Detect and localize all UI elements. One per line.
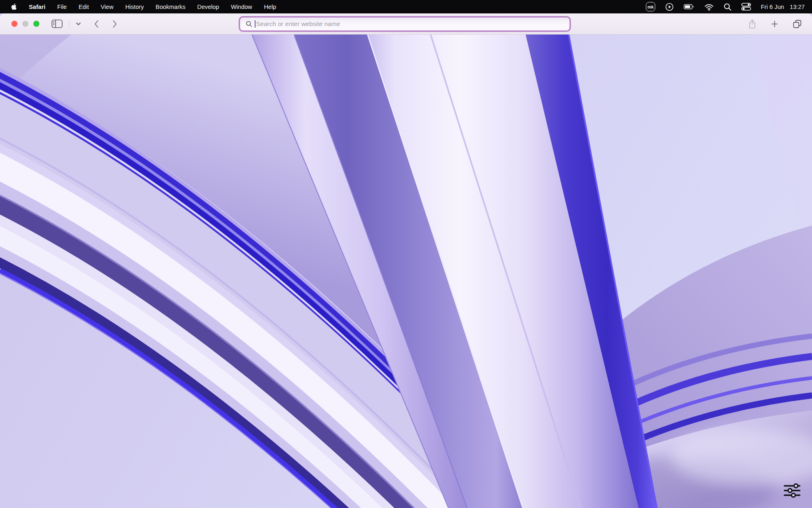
menu-item-window[interactable]: Window <box>231 4 252 10</box>
share-button[interactable] <box>747 17 758 30</box>
back-button[interactable] <box>92 18 100 30</box>
address-placeholder: Search or enter website name <box>256 20 340 28</box>
toolbar: Search or enter website name <box>0 13 812 35</box>
customize-start-page-button[interactable] <box>784 483 801 498</box>
wifi-icon[interactable] <box>704 2 714 12</box>
menu-item-help[interactable]: Help <box>264 4 276 10</box>
apple-logo-icon[interactable] <box>11 2 17 12</box>
mk-app-icon[interactable]: mk <box>646 2 655 11</box>
minimize-window-button[interactable] <box>22 21 28 27</box>
menu-item-view[interactable]: View <box>101 4 114 10</box>
menu-item-bookmarks[interactable]: Bookmarks <box>156 4 185 10</box>
menu-bar: Safari File Edit View History Bookmarks … <box>0 0 812 13</box>
sidebar-toggle-button[interactable] <box>50 18 64 30</box>
battery-icon[interactable] <box>684 2 695 12</box>
traffic-lights <box>0 21 39 27</box>
start-page <box>0 35 812 508</box>
control-center-icon[interactable] <box>741 2 751 12</box>
menu-bar-date[interactable]: Fri 6 Jun <box>761 4 784 10</box>
tab-overview-button[interactable] <box>791 18 803 30</box>
zoom-window-button[interactable] <box>33 21 39 27</box>
menu-bar-time[interactable]: 13:27 <box>790 4 805 10</box>
menu-item-file[interactable]: File <box>57 4 67 10</box>
text-caret <box>255 20 256 28</box>
menu-item-develop[interactable]: Develop <box>197 4 219 10</box>
menu-item-history[interactable]: History <box>125 4 144 10</box>
wallpaper-purple-ribbons <box>0 35 812 508</box>
forward-button[interactable] <box>111 18 119 30</box>
search-icon <box>246 21 252 27</box>
new-tab-button[interactable] <box>769 19 780 29</box>
tab-group-chevron-button[interactable] <box>74 21 82 27</box>
menu-app-name[interactable]: Safari <box>29 4 45 10</box>
close-window-button[interactable] <box>11 21 17 27</box>
menu-item-edit[interactable]: Edit <box>79 4 89 10</box>
spotlight-search-icon[interactable] <box>723 2 732 12</box>
toolbar-separator <box>69 20 69 28</box>
sliders-icon <box>784 483 801 498</box>
address-bar[interactable]: Search or enter website name <box>239 16 571 32</box>
safari-window: Search or enter website name <box>0 13 812 508</box>
play-circle-icon[interactable] <box>665 2 674 12</box>
